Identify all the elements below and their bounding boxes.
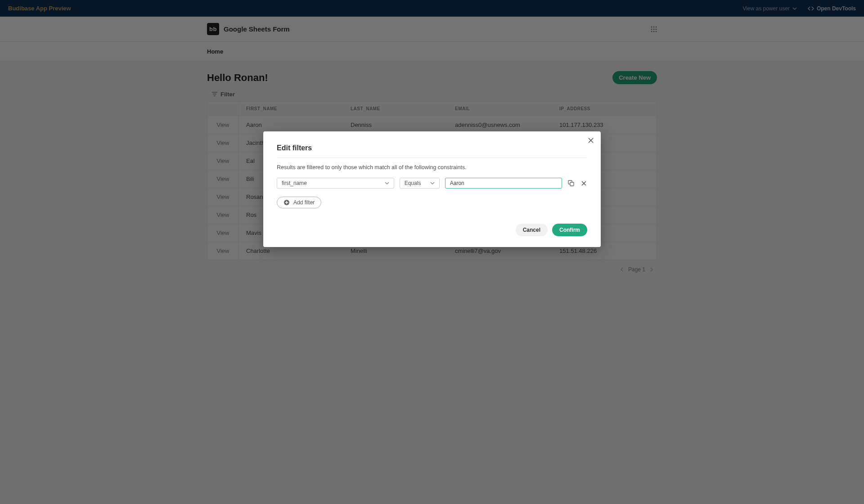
filter-field-value: first_name — [282, 180, 307, 186]
edit-filters-modal: Edit filters Results are filtered to onl… — [263, 131, 601, 247]
confirm-button[interactable]: Confirm — [552, 224, 587, 236]
modal-title: Edit filters — [277, 144, 587, 158]
filter-row-1: first_name Equals — [277, 178, 587, 189]
close-icon — [588, 138, 594, 143]
svg-rect-13 — [570, 182, 574, 186]
binding-icon — [568, 180, 574, 186]
plus-circle-icon — [284, 199, 290, 206]
filter-binding-button[interactable] — [567, 180, 575, 187]
filter-field-select[interactable]: first_name — [277, 178, 394, 189]
modal-close-button[interactable] — [588, 138, 594, 143]
cancel-button[interactable]: Cancel — [516, 224, 548, 236]
modal-description: Results are filtered to only those which… — [277, 164, 587, 171]
filter-value-input-wrapper — [445, 178, 562, 189]
filter-operator-select[interactable]: Equals — [400, 178, 440, 189]
chevron-down-icon — [385, 181, 389, 185]
close-icon — [581, 181, 586, 186]
filter-value-input[interactable] — [450, 180, 558, 186]
filter-remove-button[interactable] — [580, 180, 587, 187]
add-filter-button[interactable]: Add filter — [277, 197, 321, 208]
filter-operator-value: Equals — [405, 180, 421, 186]
add-filter-label: Add filter — [293, 199, 315, 206]
chevron-down-icon — [430, 181, 435, 185]
modal-overlay[interactable]: Edit filters Results are filtered to onl… — [0, 0, 864, 504]
